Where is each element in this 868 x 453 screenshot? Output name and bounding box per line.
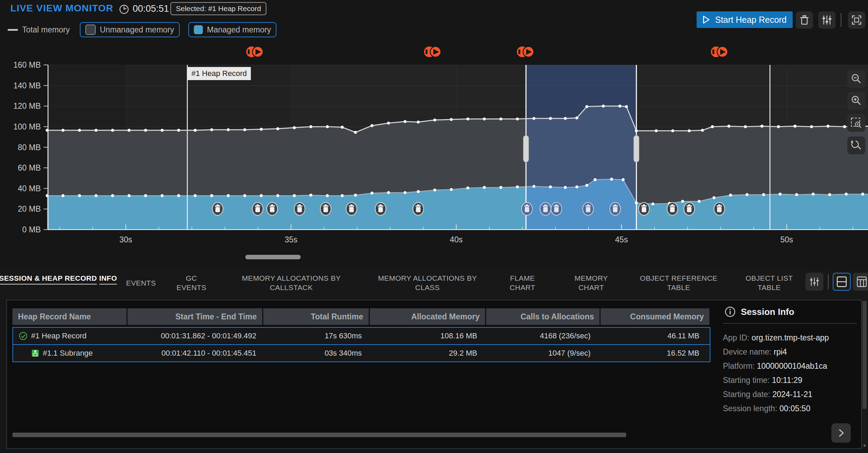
layout-rows-button[interactable]: [833, 273, 851, 291]
zoom-region-icon: [850, 117, 862, 129]
gc-collect-marker[interactable]: [610, 203, 621, 215]
record-runtime: 17s 630ms: [262, 328, 367, 344]
tab-object-list-table[interactable]: OBJECT LIST TABLE: [745, 273, 793, 292]
gc-collect-marker[interactable]: [551, 203, 562, 215]
tab-object-reference-table[interactable]: OBJECT REFERENCE TABLE: [640, 273, 717, 292]
session-info-expand-button[interactable]: [831, 423, 851, 443]
gc-collect-marker[interactable]: [522, 203, 532, 215]
managed-memory-point: [370, 192, 374, 195]
toolbar-divider: [841, 13, 841, 27]
managed-memory-point: [194, 194, 197, 197]
total-memory-point: [777, 125, 780, 128]
total-memory-point: [483, 117, 486, 121]
fullscreen-icon: [851, 15, 862, 26]
zoom-out-button[interactable]: [847, 70, 865, 88]
table-horizontal-scrollbar[interactable]: [12, 433, 626, 437]
column-header-heap-record-name[interactable]: Heap Record Name: [12, 308, 126, 325]
gc-collect-marker[interactable]: [413, 203, 424, 215]
gc-collect-marker[interactable]: [540, 203, 551, 215]
layout-grid-icon: [856, 276, 867, 288]
gc-collect-marker[interactable]: [267, 203, 277, 215]
tab-memory-allocations-by-callstack[interactable]: MEMORY ALLOCATIONS BY CALLSTACK: [242, 273, 341, 292]
gc-collect-marker[interactable]: [375, 203, 386, 215]
layout-grid-button[interactable]: [853, 273, 868, 291]
total-memory-point: [532, 117, 536, 120]
managed-memory-point: [144, 194, 147, 197]
managed-memory-point: [243, 194, 246, 197]
trash-icon: [543, 205, 548, 206]
record-allocated: 108.16 MB: [367, 328, 483, 344]
tab-memory-chart[interactable]: MEMORY CHART: [575, 273, 608, 292]
managed-memory-point: [575, 185, 578, 189]
tab-memory-allocations-by-class[interactable]: MEMORY ALLOCATIONS BY CLASS: [378, 273, 477, 292]
gc-collect-marker[interactable]: [639, 203, 649, 215]
gc-event-marker[interactable]: [517, 47, 534, 57]
zoom-region-button[interactable]: [847, 114, 865, 132]
column-header-total-runtime[interactable]: Total Runtime: [263, 308, 369, 325]
check-circle-icon: [19, 331, 28, 340]
start-heap-record-button[interactable]: Start Heap Record: [697, 11, 793, 28]
tab-flame-chart[interactable]: FLAME CHART: [510, 273, 535, 292]
total-memory-point: [433, 118, 436, 122]
elapsed-time: 00:05:51: [133, 3, 169, 14]
x-tick-label: 40s: [450, 235, 463, 244]
managed-memory-point: [62, 194, 65, 197]
chart-settings-button[interactable]: [818, 11, 836, 29]
gc-collect-marker[interactable]: [212, 203, 223, 215]
total-memory-point: [619, 105, 622, 108]
trash-icon: [687, 205, 692, 206]
gc-event-marker[interactable]: [424, 47, 441, 57]
total-memory-point: [744, 125, 747, 128]
table-row-subrange[interactable]: #1.1 Subrange 00:01:42.110 - 00:01:45.45…: [12, 344, 710, 362]
gc-collect-marker[interactable]: [667, 203, 678, 215]
column-header-allocated-memory[interactable]: Allocated Memory: [370, 308, 485, 325]
zoom-reset-button[interactable]: [847, 136, 865, 154]
legend-toggle-managed[interactable]: Managed memory: [188, 22, 276, 37]
memory-timeline-chart[interactable]: 0 MB20 MB40 MB60 MB80 MB100 MB120 MB140 …: [0, 0, 868, 269]
total-memory-point: [549, 117, 552, 120]
total-memory-point: [516, 117, 519, 121]
table-row-heap-record[interactable]: #1 Heap Record 00:01:31.862 - 00:01:49.4…: [12, 327, 710, 345]
gc-collect-marker[interactable]: [714, 203, 725, 215]
trash-icon: [270, 205, 275, 206]
y-tick-label: 80 MB: [18, 143, 41, 152]
trash-icon: [255, 205, 261, 206]
panel-vertical-scrollbar-thumb[interactable]: [862, 301, 867, 409]
tab-gc-events[interactable]: GC EVENTS: [177, 273, 206, 292]
selection-handle-left[interactable]: [523, 135, 529, 162]
layout-rows-icon: [836, 276, 847, 288]
managed-memory-point: [387, 191, 390, 194]
y-tick-label: 20 MB: [18, 204, 41, 213]
delete-records-button[interactable]: [796, 11, 813, 29]
column-header-consumed-memory[interactable]: Consumed Memory: [601, 308, 709, 325]
scrollbar-down-arrow-icon[interactable]: ▾: [862, 443, 867, 448]
gc-collect-marker[interactable]: [346, 203, 357, 215]
gc-collect-marker[interactable]: [252, 203, 263, 215]
gc-collect-marker[interactable]: [583, 203, 594, 215]
chart-horizontal-scrollbar[interactable]: [245, 255, 301, 259]
view-settings-button[interactable]: [805, 273, 823, 291]
gc-event-marker[interactable]: [711, 47, 728, 57]
gc-collect-marker[interactable]: [294, 203, 305, 215]
fullscreen-button[interactable]: [848, 11, 865, 29]
legend-toggle-unmanaged[interactable]: Unmanaged memory: [80, 22, 180, 37]
session-app-id: App ID: org.tizen.tmp-test-app: [723, 331, 829, 345]
total-memory-point: [701, 129, 704, 132]
trash-icon: [641, 205, 647, 206]
managed-memory-point: [516, 185, 519, 189]
gc-collect-marker[interactable]: [320, 203, 331, 215]
y-tick-label: 120 MB: [13, 102, 41, 110]
session-device-name: Device name: rpi4: [723, 345, 787, 359]
gc-event-marker[interactable]: [246, 47, 263, 57]
total-memory-point: [499, 117, 502, 121]
gc-collect-marker[interactable]: [684, 203, 695, 215]
tab-events[interactable]: EVENTS: [126, 278, 156, 288]
tab-session-heap-record-info[interactable]: SESSION & HEAP RECORD INFO: [0, 273, 117, 285]
column-header-start-end-time[interactable]: Start Time - End Time: [128, 308, 262, 325]
zoom-in-button[interactable]: [847, 92, 865, 110]
selection-handle-right[interactable]: [634, 135, 639, 162]
column-header-calls-to-allocations[interactable]: Calls to Allocations: [486, 308, 600, 325]
total-memory-line-icon: [8, 29, 18, 31]
total-memory-point: [711, 125, 714, 128]
managed-memory-point: [861, 193, 864, 196]
